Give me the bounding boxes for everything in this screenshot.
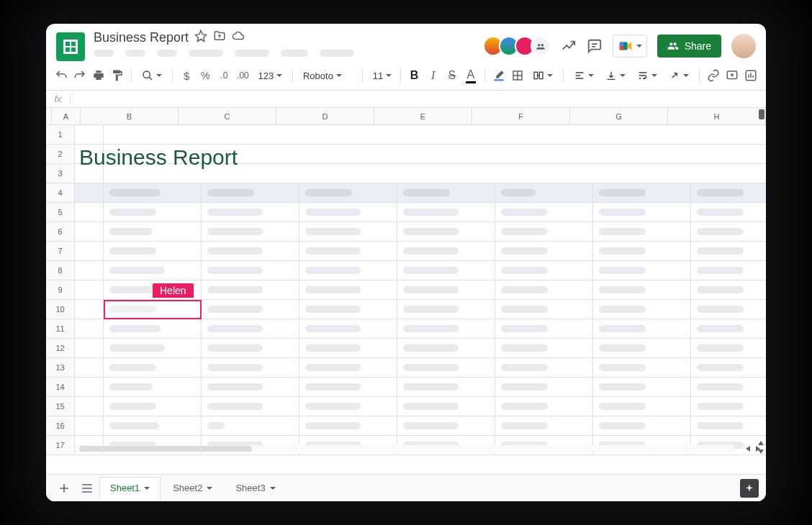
spreadsheet-grid[interactable]: A B C D E F G H 1 2 3 Business Report 4 [46,108,766,474]
menu-item[interactable] [157,50,177,57]
undo-button[interactable] [53,65,69,86]
row-header[interactable]: 4 [46,183,75,202]
sheets-logo[interactable] [56,32,85,61]
percent-button[interactable]: % [197,65,213,86]
text-wrap-dropdown[interactable] [633,65,662,86]
row-header[interactable]: 14 [46,378,75,396]
row-header[interactable]: 16 [46,416,75,435]
borders-button[interactable] [510,65,525,86]
add-sheet-button[interactable] [53,478,75,499]
column-header[interactable]: G [570,108,668,124]
menu-item[interactable] [125,50,145,57]
collaborator-name-tag: Helen [153,283,194,298]
sheet-tab-bar: Sheet1 Sheet2 Sheet3 [46,474,766,501]
column-header[interactable]: H [668,108,766,124]
all-sheets-button[interactable] [76,478,98,499]
bold-button[interactable]: B [407,65,423,86]
insert-comment-button[interactable] [724,65,740,86]
zoom-dropdown[interactable] [137,65,166,86]
menu-item[interactable] [235,50,269,57]
activity-icon[interactable] [561,38,577,54]
menu-item[interactable] [320,50,354,57]
vertical-align-dropdown[interactable] [601,65,630,86]
table-row: 5 [46,203,766,222]
table-row: 8 [46,261,766,280]
svg-rect-3 [619,42,623,47]
table-row: 15 [46,397,766,416]
strikethrough-button[interactable]: S [444,65,460,86]
sheet-tab[interactable]: Sheet1 [99,477,161,500]
italic-button[interactable]: I [425,65,441,86]
select-all-corner[interactable] [46,108,52,124]
row-header[interactable]: 2 [46,145,75,163]
font-size-dropdown[interactable]: 11 [369,65,394,86]
sheet-title-cell[interactable]: Business Report [79,145,238,170]
menu-item[interactable] [281,50,308,57]
row-header[interactable]: 11 [46,319,75,338]
table-row: 13 [46,358,766,378]
text-color-button[interactable]: A [463,65,479,86]
scroll-up-icon[interactable] [758,441,764,445]
comments-icon[interactable] [587,38,603,54]
row-header[interactable]: 8 [46,261,75,280]
column-header[interactable]: C [179,108,276,124]
text-rotation-dropdown[interactable] [664,65,693,86]
row-header[interactable]: 9 [46,280,75,299]
formula-bar: fx [46,91,766,108]
print-button[interactable] [91,65,107,86]
row-header[interactable]: 6 [46,222,75,241]
paint-format-button[interactable] [109,65,125,86]
column-header[interactable]: B [81,108,179,124]
merge-cells-dropdown[interactable] [528,65,557,86]
avatar-more[interactable] [531,36,551,56]
column-header[interactable]: A [52,108,81,124]
row-header[interactable]: 12 [46,339,75,357]
scroll-down-icon[interactable] [758,449,764,454]
currency-button[interactable]: $ [179,65,194,86]
column-header[interactable]: D [276,108,374,124]
row-header[interactable]: 10 [46,300,75,319]
move-folder-icon[interactable] [213,29,226,45]
table-row: 12 [46,339,766,358]
row-header[interactable]: 1 [46,125,75,144]
scroll-left-icon[interactable] [746,446,750,452]
increase-decimal-button[interactable]: .00 [235,65,251,86]
row-header[interactable]: 13 [46,358,75,377]
font-dropdown[interactable]: Roboto [299,65,356,86]
row-header[interactable]: 15 [46,397,75,416]
menu-item[interactable] [189,50,223,57]
toolbar: $ % .0 .00 123 Roboto 11 B I S A [46,61,766,91]
row-header[interactable]: 7 [46,242,75,260]
chevron-down-icon [144,487,150,490]
sheet-tab[interactable]: Sheet3 [225,477,286,500]
star-icon[interactable] [194,29,207,45]
row-header[interactable]: 5 [46,203,75,222]
number-format-dropdown[interactable]: 123 [253,65,287,86]
column-header[interactable]: E [374,108,472,124]
horizontal-align-dropdown[interactable] [569,65,598,86]
decrease-decimal-button[interactable]: .0 [216,65,232,86]
rows: 1 2 3 Business Report 4 5 6 7 8 9 10 [46,125,766,455]
menu-item[interactable] [94,50,114,57]
share-button[interactable]: Share [657,35,721,58]
fill-color-button[interactable] [491,65,507,86]
meet-button[interactable] [613,35,647,58]
share-label: Share [685,40,711,52]
explore-button[interactable] [740,479,759,498]
horizontal-scrollbar[interactable] [46,442,766,455]
column-header[interactable]: F [472,108,570,124]
insert-link-button[interactable] [705,65,721,86]
chevron-down-icon [270,487,276,490]
svg-rect-4 [619,46,623,50]
vertical-scrollbar[interactable] [757,108,764,474]
row-header[interactable]: 3 [46,164,75,183]
header: Business Report [46,24,766,61]
redo-button[interactable] [72,65,88,86]
menu-bar[interactable] [94,50,474,57]
cloud-status-icon[interactable] [232,29,245,45]
user-avatar[interactable] [731,34,756,58]
collaborator-avatars[interactable] [483,36,551,56]
sheet-tab[interactable]: Sheet2 [162,477,223,500]
document-title[interactable]: Business Report [94,30,189,45]
insert-chart-button[interactable] [743,65,759,86]
